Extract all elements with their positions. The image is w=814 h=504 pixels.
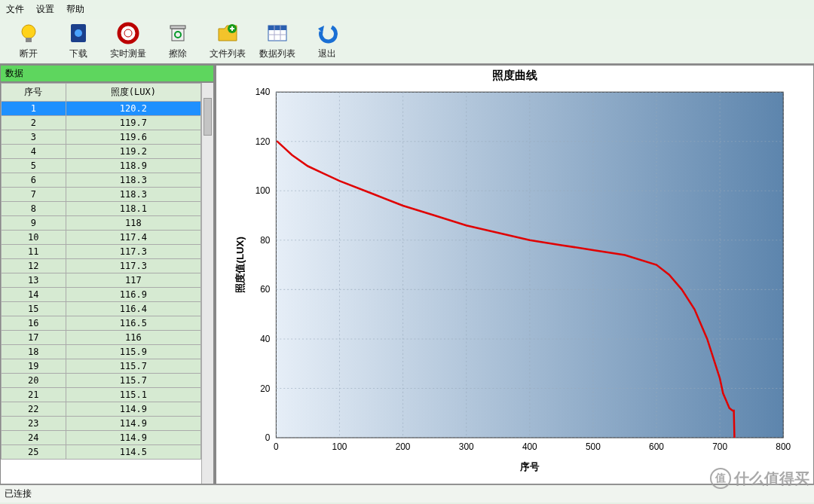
svg-text:200: 200 xyxy=(396,441,411,452)
table-row[interactable]: 22114.9 xyxy=(2,402,201,417)
menu-file[interactable]: 文件 xyxy=(6,3,24,16)
menu-settings[interactable]: 设置 xyxy=(36,3,54,16)
svg-rect-7 xyxy=(170,26,185,29)
svg-text:400: 400 xyxy=(522,441,537,452)
svg-text:0: 0 xyxy=(274,441,279,452)
data-table-container: 序号 照度(LUX) 1120.22119.73119.64119.25118.… xyxy=(0,82,214,484)
table-row[interactable]: 10117.4 xyxy=(2,231,201,245)
cell-lux: 117 xyxy=(66,273,200,288)
scrollbar-thumb[interactable] xyxy=(204,98,212,136)
menu-help[interactable]: 帮助 xyxy=(66,3,84,16)
table-row[interactable]: 19115.7 xyxy=(2,359,201,374)
table-row[interactable]: 11117.3 xyxy=(2,245,201,259)
filelist-button[interactable]: 文件列表 xyxy=(207,20,249,60)
table-row[interactable]: 17116 xyxy=(2,331,201,345)
svg-text:500: 500 xyxy=(586,441,601,452)
table-row[interactable]: 21115.1 xyxy=(2,388,201,402)
table-row[interactable]: 16116.5 xyxy=(2,316,201,331)
toolbar-label: 擦除 xyxy=(169,47,187,60)
cell-lux: 115.7 xyxy=(66,359,200,374)
realtime-button[interactable]: 实时测量 xyxy=(107,20,149,60)
status-bar: 已连接 xyxy=(0,484,814,502)
svg-text:序号: 序号 xyxy=(519,461,540,472)
clear-button[interactable]: 擦除 xyxy=(157,20,199,60)
table-row[interactable]: 20115.7 xyxy=(2,374,201,388)
col-lux-header[interactable]: 照度(LUX) xyxy=(66,84,200,102)
cell-index: 7 xyxy=(2,188,66,202)
svg-point-0 xyxy=(22,25,35,38)
cell-index: 10 xyxy=(2,231,66,245)
cell-index: 19 xyxy=(2,359,66,374)
table-scrollbar[interactable] xyxy=(201,83,213,484)
chart-area[interactable]: 0100200300400500600700800020406080100120… xyxy=(231,84,798,476)
toolbar-label: 断开 xyxy=(20,47,38,60)
col-index-header[interactable]: 序号 xyxy=(2,84,66,102)
svg-text:800: 800 xyxy=(776,441,791,452)
cell-lux: 117.4 xyxy=(66,231,200,245)
cell-lux: 114.9 xyxy=(66,431,200,445)
table-row[interactable]: 25114.5 xyxy=(2,445,201,460)
svg-text:20: 20 xyxy=(260,383,270,393)
svg-text:照度值(LUX): 照度值(LUX) xyxy=(234,237,246,293)
svg-text:600: 600 xyxy=(649,441,664,452)
cell-index: 17 xyxy=(2,331,66,345)
download-button[interactable]: 下载 xyxy=(57,20,99,60)
table-row[interactable]: 9118 xyxy=(2,216,201,231)
svg-point-5 xyxy=(124,29,132,37)
table-row[interactable]: 7118.3 xyxy=(2,188,201,202)
table-row[interactable]: 18115.9 xyxy=(2,345,201,359)
cell-lux: 116 xyxy=(66,331,200,345)
table-row[interactable]: 6118.3 xyxy=(2,173,201,188)
datalist-button[interactable]: 数据列表 xyxy=(256,20,298,60)
table-row[interactable]: 4119.2 xyxy=(2,145,201,159)
data-panel: 数据 序号 照度(LUX) 1120.22119.73119.64119.251… xyxy=(0,65,216,484)
undo-arrow-icon xyxy=(314,20,340,46)
cell-index: 20 xyxy=(2,374,66,388)
svg-text:140: 140 xyxy=(256,87,271,97)
toolbar-label: 下载 xyxy=(69,47,87,60)
svg-text:40: 40 xyxy=(260,334,270,344)
cell-index: 11 xyxy=(2,245,66,259)
cell-index: 2 xyxy=(2,116,66,130)
cell-lux: 114.9 xyxy=(66,402,200,417)
table-row[interactable]: 23114.9 xyxy=(2,417,201,431)
cell-index: 18 xyxy=(2,345,66,359)
cell-lux: 115.9 xyxy=(66,345,200,359)
table-row[interactable]: 5118.9 xyxy=(2,159,201,173)
cell-lux: 116.4 xyxy=(66,302,200,316)
table-row[interactable]: 13117 xyxy=(2,273,201,288)
table-icon xyxy=(265,20,290,46)
table-row[interactable]: 1120.2 xyxy=(2,102,201,116)
cell-lux: 117.3 xyxy=(66,245,200,259)
svg-text:700: 700 xyxy=(712,441,727,452)
cell-index: 3 xyxy=(2,130,66,145)
toolbar-label: 实时测量 xyxy=(110,47,146,60)
menu-bar: 文件 设置 帮助 xyxy=(0,0,814,19)
cell-lux: 114.5 xyxy=(66,445,200,460)
cell-lux: 116.5 xyxy=(66,316,200,331)
svg-text:100: 100 xyxy=(256,185,271,196)
table-row[interactable]: 3119.6 xyxy=(2,130,201,145)
exit-button[interactable]: 退出 xyxy=(306,20,348,60)
cell-index: 24 xyxy=(2,431,66,445)
cell-lux: 120.2 xyxy=(66,102,200,116)
table-row[interactable]: 14116.9 xyxy=(2,288,201,302)
cell-lux: 118 xyxy=(66,216,200,231)
table-row[interactable]: 8118.1 xyxy=(2,202,201,216)
cell-index: 22 xyxy=(2,402,66,417)
table-row[interactable]: 15116.4 xyxy=(2,302,201,316)
cell-lux: 116.9 xyxy=(66,288,200,302)
svg-text:80: 80 xyxy=(260,235,270,246)
cell-lux: 118.1 xyxy=(66,202,200,216)
cell-index: 21 xyxy=(2,388,66,402)
disconnect-button[interactable]: 断开 xyxy=(8,20,50,60)
cell-index: 1 xyxy=(2,102,66,116)
table-row[interactable]: 2119.7 xyxy=(2,116,201,130)
cell-lux: 114.9 xyxy=(66,417,200,431)
book-icon xyxy=(66,20,91,46)
cell-index: 14 xyxy=(2,288,66,302)
table-row[interactable]: 24114.9 xyxy=(2,431,201,445)
svg-text:100: 100 xyxy=(332,441,347,452)
cell-index: 13 xyxy=(2,273,66,288)
table-row[interactable]: 12117.3 xyxy=(2,259,201,273)
